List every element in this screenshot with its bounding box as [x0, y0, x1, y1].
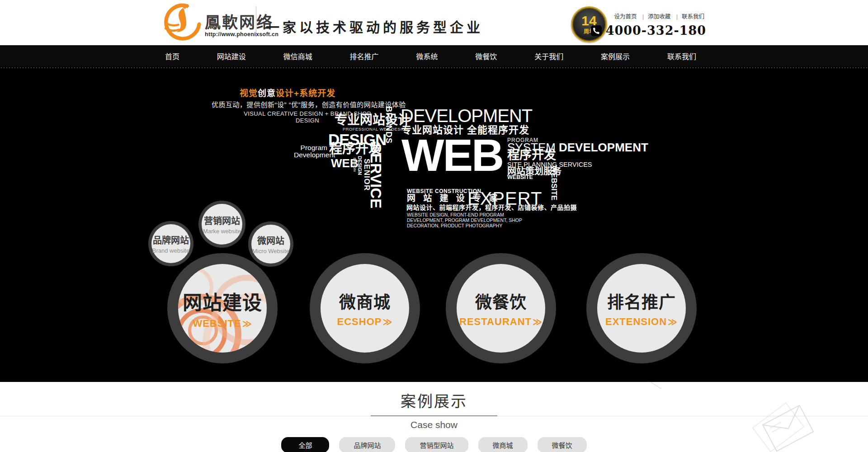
wc-service-vertical: SERVICE	[368, 143, 383, 241]
case-filters: 全部 品牌网站 营销型网站 微商城 微餐饮	[0, 437, 868, 452]
nav-item-micro-system[interactable]: 微系统	[411, 49, 442, 63]
service-circle-restaurant[interactable]: 微餐饮 RESTAURANT≫	[446, 253, 556, 363]
section-title: 案例展示	[0, 382, 868, 411]
company-tagline: 一家以技术驱动的服务型企业	[266, 16, 483, 36]
service-circle-extension[interactable]: 排名推广 EXTENSION≫	[586, 253, 697, 363]
chevron-icon: ≫	[382, 316, 392, 327]
wc-web-huge: WEB	[401, 134, 503, 176]
nav-item-ranking[interactable]: 排名推广	[345, 49, 383, 63]
wc-program-development: Program Development	[294, 144, 327, 159]
service-circle-website[interactable]: 网站建设 WEBSITE≫	[167, 253, 278, 363]
nav-item-micro-restaurant[interactable]: 微餐饮	[471, 49, 501, 63]
envelope-art-icon	[748, 397, 825, 452]
main-nav: 首页 网站建设 微信商城 排名推广 微系统 微餐饮 关于我们 案例展示 联系我们	[0, 45, 868, 66]
chevron-icon: ≫	[668, 316, 678, 327]
header-divider	[256, 6, 256, 37]
hero-banner: 视觉创意设计+系统开发 优质互动，提供创新“设” “优”服务，创造有价值的网站建…	[0, 69, 868, 382]
wc-design-small-vertical: DESIGN	[357, 156, 362, 178]
filter-micro-restaurant[interactable]: 微餐饮	[538, 437, 587, 452]
link-add-favorite[interactable]: 添加收藏	[638, 14, 670, 20]
wc-brands-vertical: BRANDS	[385, 106, 393, 145]
header: 鳳軟网络 http://www.phoenixsoft.cn 一家以技术驱动的服…	[0, 0, 868, 45]
wc-description-cn: 网站设计、前端程序开发，程序开发、店铺装修、产品拍摄	[406, 204, 577, 211]
phone-row: 4000-332-180	[590, 24, 706, 38]
link-set-homepage[interactable]: 设为首页	[614, 14, 637, 20]
filter-micro-mall[interactable]: 微商城	[478, 437, 528, 452]
nav-item-about-us[interactable]: 关于我们	[530, 49, 568, 63]
service-circle-ecshop[interactable]: 微商城 ECSHOP≫	[310, 253, 420, 363]
nav-item-home[interactable]: 首页	[160, 49, 184, 63]
chevron-icon: ≫	[533, 316, 542, 327]
nav-item-wechat-mall[interactable]: 微信商城	[279, 49, 317, 63]
wc-description-en: WEBSITE DESIGN, FRONT-END PROGRAM DEVELO…	[407, 212, 533, 228]
filter-marketing-website[interactable]: 营销型网站	[405, 437, 468, 452]
chevron-icon: ≫	[242, 318, 252, 329]
section-divider-accent	[371, 415, 497, 416]
logo[interactable]: 鳳軟网络 http://www.phoenixsoft.cn	[160, 2, 278, 43]
satellite-marketing-website[interactable]: 营销网站 Marke website	[198, 201, 245, 248]
nav-item-case-show[interactable]: 案例展示	[596, 49, 634, 63]
wc-pro-web-design-cn: 专业网站设计	[335, 114, 410, 127]
section-subtitle: Case show	[0, 419, 868, 430]
phone-icon	[590, 25, 602, 37]
link-contact-us[interactable]: 联系我们	[672, 14, 704, 20]
intro-line1: 视觉创意设计+系统开发	[240, 86, 410, 99]
filter-brand-website[interactable]: 品牌网站	[339, 437, 395, 452]
wc-right-program-dev-cn: 程序开发	[507, 149, 556, 161]
filter-all[interactable]: 全部	[281, 437, 329, 452]
wc-development-big: DEVELOPMENT	[401, 107, 532, 125]
wc-right-website: WEBSITE	[507, 174, 533, 180]
satellite-brand-website[interactable]: 品牌网站 Brand website	[148, 221, 193, 266]
case-show-section: 案例展示 Case show 全部 品牌网站 营销型网站 微商城 微餐饮	[0, 382, 868, 452]
phone-number: 4000-332-180	[606, 24, 706, 38]
nav-item-contact[interactable]: 联系我们	[663, 49, 701, 63]
phoenix-logo-icon	[160, 2, 202, 43]
nav-item-website-build[interactable]: 网站建设	[212, 49, 250, 63]
wc-design-tiny-vertical: DESIGN	[353, 158, 356, 174]
satellite-micro-website[interactable]: 微网站 Micro Website	[248, 221, 293, 267]
quick-links: 设为首页 添加收藏 联系我们	[614, 12, 704, 20]
